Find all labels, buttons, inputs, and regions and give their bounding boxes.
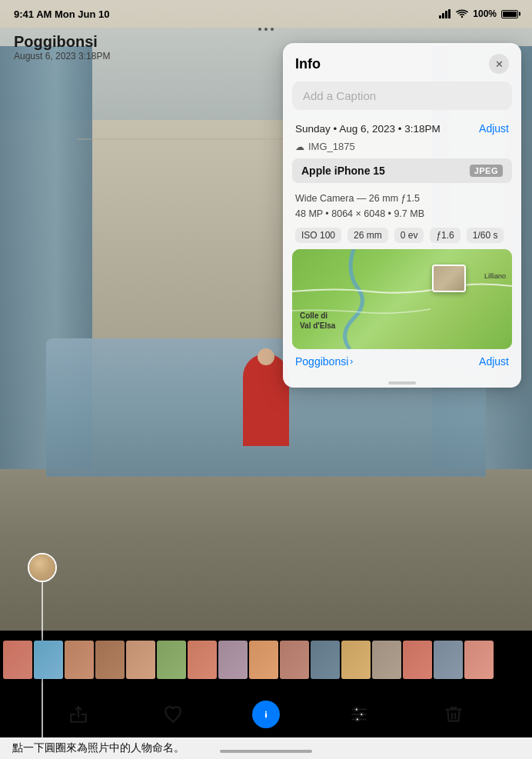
share-button[interactable] (63, 699, 94, 730)
exif-ev: 0 ev (394, 228, 424, 243)
svg-rect-2 (445, 11, 447, 18)
home-indicator (220, 750, 312, 753)
location-label: Poggibonsi (295, 355, 348, 368)
map-thumbnail (432, 265, 466, 292)
svg-rect-0 (439, 15, 441, 18)
date-text: Sunday • Aug 6, 2023 • 3:18PM (295, 123, 441, 135)
face-circle-inner (29, 554, 55, 581)
map-container[interactable]: Colle diVal d'Elsa Lilliano (292, 249, 512, 349)
film-thumb-12[interactable] (372, 641, 401, 679)
dot3 (271, 28, 274, 31)
map-label-colledielsa: Colle diVal d'Elsa (300, 311, 335, 331)
bottom-caption-text: 點一下圓圈來為照片中的人物命名。 (12, 741, 185, 755)
status-time: 9:41 AM Mon Jun 10 (14, 8, 109, 20)
svg-point-4 (461, 16, 463, 18)
photo-subtitle: August 6, 2023 3:18PM (14, 51, 110, 62)
film-thumb-1[interactable] (34, 641, 63, 679)
caption-placeholder: Add a Caption (303, 89, 376, 102)
map-label-lilliano: Lilliano (484, 272, 506, 280)
info-panel-title: Info (295, 56, 321, 72)
info-panel: Info ✕ Add a Caption Sunday • Aug 6, 202… (283, 43, 521, 388)
favorite-button[interactable] (158, 699, 188, 730)
film-thumb-2[interactable] (65, 641, 94, 679)
filename-text: IMG_1875 (308, 141, 355, 152)
dot1 (258, 28, 261, 31)
filename-row: ☁ IMG_1875 (283, 139, 521, 158)
edit-button[interactable] (344, 699, 374, 730)
close-button[interactable]: ✕ (489, 54, 509, 74)
svg-rect-1 (442, 13, 444, 18)
film-thumb-14[interactable] (434, 641, 463, 679)
film-thumb-6[interactable] (188, 641, 217, 679)
film-thumb-5[interactable] (157, 641, 186, 679)
exif-row: ISO 100 26 mm 0 ev ƒ1.6 1/60 s (283, 225, 521, 249)
svg-point-13 (356, 717, 359, 721)
info-button[interactable] (252, 701, 280, 728)
film-thumb-10[interactable] (311, 641, 340, 679)
status-icons: 100% (439, 8, 518, 19)
toolbar (0, 691, 532, 737)
film-thumb-3[interactable] (95, 641, 125, 679)
film-thumb-0[interactable] (3, 641, 32, 679)
close-icon: ✕ (495, 58, 504, 70)
adjust-location-button[interactable]: Adjust (479, 355, 509, 368)
person-figure (243, 354, 289, 446)
battery-label: 100% (473, 8, 497, 19)
wifi-icon (456, 9, 468, 18)
exif-shutter: 1/60 s (467, 228, 504, 243)
share-icon (68, 704, 88, 724)
film-thumb-4[interactable] (126, 641, 155, 679)
film-thumb-9[interactable] (280, 641, 309, 679)
camera-line2: 48 MP • 8064 × 6048 • 9.7 MB (295, 206, 509, 221)
map-thumb-inner (434, 266, 464, 291)
info-panel-header: Info ✕ (283, 43, 521, 82)
svg-point-11 (355, 707, 358, 711)
format-badge: JPEG (470, 165, 503, 177)
svg-rect-3 (448, 9, 451, 18)
chevron-right-icon: › (350, 356, 353, 367)
photo-title-block: Poggibonsi August 6, 2023 3:18PM (14, 33, 110, 62)
heart-icon (163, 704, 183, 724)
drag-handle-bar (388, 381, 416, 384)
sliders-icon (349, 704, 369, 724)
device-name: Apple iPhone 15 (301, 165, 385, 177)
face-circle[interactable] (28, 553, 57, 582)
drag-handle[interactable] (283, 377, 521, 388)
svg-point-12 (360, 713, 363, 716)
film-thumb-11[interactable] (341, 641, 371, 679)
bottom-caption-bar: 點一下圓圈來為照片中的人物命名。 (0, 737, 532, 759)
adjust-date-button[interactable]: Adjust (479, 122, 509, 135)
film-thumb-15[interactable] (464, 641, 494, 679)
date-row: Sunday • Aug 6, 2023 • 3:18PM Adjust (283, 118, 521, 139)
location-link[interactable]: Poggibonsi › (295, 355, 353, 368)
camera-line1: Wide Camera — 26 mm ƒ1.5 (295, 191, 509, 206)
film-thumb-7[interactable] (218, 641, 248, 679)
top-dots (258, 28, 274, 31)
trash-icon (444, 704, 464, 724)
film-thumb-13[interactable] (403, 641, 432, 679)
dot2 (264, 28, 268, 31)
filmstrip[interactable] (0, 637, 532, 682)
info-icon (258, 707, 274, 722)
photo-title-text: Poggibonsi (14, 33, 110, 51)
status-bar: 9:41 AM Mon Jun 10 100% (0, 0, 532, 28)
delete-button[interactable] (438, 699, 469, 730)
exif-focal: 26 mm (347, 228, 388, 243)
signal-icon (439, 9, 451, 18)
map-bottom-row: Poggibonsi › Adjust (283, 355, 521, 377)
film-thumb-8[interactable] (249, 641, 278, 679)
battery-icon (501, 10, 518, 18)
exif-iso: ISO 100 (295, 228, 341, 243)
camera-specs: Wide Camera — 26 mm ƒ1.5 48 MP • 8064 × … (283, 188, 521, 225)
cloud-icon: ☁ (295, 141, 304, 152)
caption-input[interactable]: Add a Caption (292, 82, 512, 110)
map-river-svg (292, 249, 512, 349)
exif-aperture: ƒ1.6 (430, 228, 460, 243)
device-row: Apple iPhone 15 JPEG (292, 158, 512, 183)
